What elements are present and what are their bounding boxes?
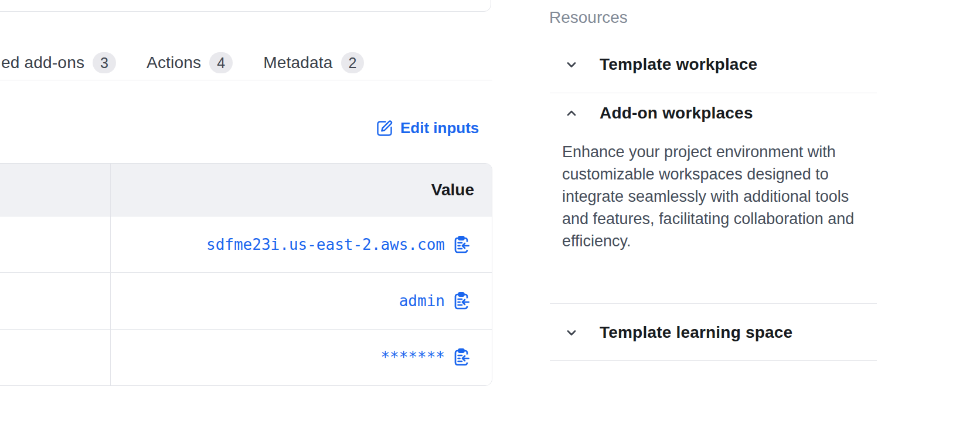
value-text: sdfme23i.us-east-2.aws.com: [206, 236, 445, 253]
table-header-row: Value: [0, 164, 492, 216]
value-column-header: Value: [111, 164, 492, 216]
copy-to-clipboard-button[interactable]: [452, 292, 471, 310]
table-row: admin: [0, 272, 492, 328]
copy-to-clipboard-button[interactable]: [452, 348, 471, 367]
value-cell: sdfme23i.us-east-2.aws.com: [111, 216, 492, 272]
tabs-divider: [0, 80, 492, 80]
accordion-template-workplace[interactable]: Template workplace: [564, 52, 757, 77]
accordion-add-on-workplaces[interactable]: Add-on workplaces: [564, 100, 753, 126]
chevron-up-icon: [564, 106, 579, 120]
tab-count-badge: 4: [209, 52, 233, 73]
tab-bar: ed add-ons 3 Actions 4 Metadata 2: [1, 50, 364, 75]
value-cell: *******: [111, 330, 492, 385]
resources-panel-title: Resources: [549, 8, 628, 27]
value-text: admin: [399, 292, 445, 310]
accordion-template-learning-space[interactable]: Template learning space: [564, 320, 792, 345]
inputs-table: Value sdfme23i.us-east-2.aws.com: [0, 163, 492, 386]
tab-count-badge: 3: [93, 52, 116, 73]
section-divider: [550, 303, 877, 304]
accordion-description: Enhance your project environment with cu…: [562, 141, 860, 252]
tab-count-badge: 2: [341, 52, 365, 73]
key-cell: [0, 216, 111, 272]
tab-label: Metadata: [263, 53, 332, 72]
edit-inputs-button[interactable]: Edit inputs: [376, 117, 479, 139]
table-row: sdfme23i.us-east-2.aws.com: [0, 216, 492, 272]
key-cell: [0, 273, 111, 328]
edit-inputs-label: Edit inputs: [400, 119, 479, 137]
tab-metadata[interactable]: Metadata 2: [263, 52, 364, 73]
chevron-down-icon: [564, 57, 579, 72]
key-column-header: [0, 164, 111, 216]
tab-actions[interactable]: Actions 4: [147, 52, 233, 73]
top-card-fragment: [0, 0, 491, 12]
tab-label: Actions: [147, 53, 201, 72]
accordion-title: Add-on workplaces: [600, 104, 753, 123]
tab-installed-add-ons[interactable]: ed add-ons 3: [1, 52, 116, 73]
masked-secret-text: *******: [380, 348, 445, 366]
section-divider: [550, 360, 877, 361]
chevron-down-icon: [564, 326, 579, 340]
value-cell: admin: [111, 273, 492, 328]
accordion-title: Template workplace: [600, 55, 757, 74]
table-row: *******: [0, 329, 492, 385]
page: ed add-ons 3 Actions 4 Metadata 2 Edit i…: [0, 0, 980, 427]
tab-label: ed add-ons: [1, 53, 84, 72]
accordion-title: Template learning space: [600, 323, 792, 342]
edit-pencil-icon: [376, 119, 393, 137]
section-divider: [550, 93, 877, 93]
copy-to-clipboard-button[interactable]: [452, 235, 471, 254]
key-cell: [0, 330, 111, 385]
